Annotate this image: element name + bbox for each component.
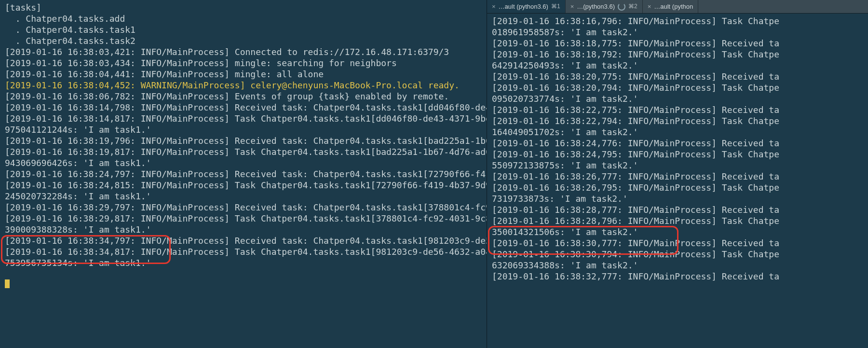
log-line: 164049051702s: 'I am task2.' — [492, 126, 863, 138]
log-line: [2019-01-16 16:38:22,775: INFO/MainProce… — [492, 104, 863, 115]
right-terminal-output: [2019-01-16 16:38:16,796: INFO/MainProce… — [487, 14, 868, 282]
log-line: [2019-01-16 16:38:03,434: INFO/MainProce… — [5, 57, 482, 69]
log-line: [2019-01-16 16:38:03,421: INFO/MainProce… — [5, 46, 482, 57]
tab-label: …(python3.6) — [577, 1, 615, 12]
log-line: 642914250493s: 'I am task2.' — [492, 60, 863, 71]
log-line: [2019-01-16 16:38:32,777: INFO/MainProce… — [492, 271, 863, 282]
right-terminal-pane[interactable]: ×…ault (python3.6)⌘1×…(python3.6)⌘2×…aul… — [487, 0, 868, 348]
log-line: [2019-01-16 16:38:19,817: INFO/MainProce… — [5, 146, 482, 157]
log-line: 753956735134s: 'I am task1.' — [5, 257, 482, 268]
log-line: [2019-01-16 16:38:22,794: INFO/MainProce… — [492, 115, 863, 126]
terminal-tab[interactable]: ×…ault (python — [643, 0, 699, 13]
log-line: [2019-01-16 16:38:18,792: INFO/MainProce… — [492, 49, 863, 60]
log-line: 550972133875s: 'I am task2.' — [492, 160, 863, 171]
tab-shortcut: ⌘1 — [551, 1, 560, 12]
log-line: [2019-01-16 16:38:24,797: INFO/MainProce… — [5, 168, 482, 180]
log-line: . Chatper04.tasks.task2 — [5, 35, 482, 46]
ide-split-view: [tasks] . Chatper04.tasks.add . Chatper0… — [0, 0, 868, 348]
close-icon[interactable]: × — [648, 1, 651, 12]
log-line: [2019-01-16 16:38:26,777: INFO/MainProce… — [492, 171, 863, 182]
tab-label: …ault (python3.6) — [499, 1, 548, 12]
log-line: 095020733774s: 'I am task2.' — [492, 93, 863, 104]
log-line: [2019-01-16 16:38:29,797: INFO/MainProce… — [5, 202, 482, 213]
tab-shortcut: ⌘2 — [628, 1, 637, 12]
log-line: [2019-01-16 16:38:34,817: INFO/MainProce… — [5, 246, 482, 257]
log-line: [2019-01-16 16:38:24,795: INFO/MainProce… — [492, 149, 863, 160]
log-line: [2019-01-16 16:38:16,796: INFO/MainProce… — [492, 15, 863, 27]
log-line: [2019-01-16 16:38:28,777: INFO/MainProce… — [492, 204, 863, 215]
log-line: [2019-01-16 16:38:18,775: INFO/MainProce… — [492, 38, 863, 49]
log-line: [2019-01-16 16:38:29,817: INFO/MainProce… — [5, 213, 482, 224]
log-line: [2019-01-16 16:38:14,798: INFO/MainProce… — [5, 102, 482, 113]
log-line: 975041121244s: 'I am task1.' — [5, 124, 482, 135]
log-line: 245020732284s: 'I am task1.' — [5, 191, 482, 202]
terminal-tab-bar: ×…ault (python3.6)⌘1×…(python3.6)⌘2×…aul… — [487, 0, 868, 14]
loading-spinner-icon — [618, 3, 625, 11]
log-line: [2019-01-16 16:38:30,794: INFO/MainProce… — [492, 249, 863, 260]
terminal-tab[interactable]: ×…ault (python3.6)⌘1 — [487, 0, 566, 13]
log-line: [2019-01-16 16:38:20,775: INFO/MainProce… — [492, 71, 863, 82]
close-icon[interactable]: × — [570, 1, 574, 12]
tab-label: …ault (python — [654, 1, 693, 12]
log-line: [2019-01-16 16:38:04,441: INFO/MainProce… — [5, 69, 482, 80]
log-line: . Chatper04.tasks.add — [5, 13, 482, 24]
close-icon[interactable]: × — [492, 1, 496, 12]
left-terminal-output: [tasks] . Chatper04.tasks.add . Chatper0… — [0, 0, 487, 268]
left-terminal-pane[interactable]: [tasks] . Chatper04.tasks.add . Chatper0… — [0, 0, 487, 348]
log-line: 632069334388s: 'I am task2.' — [492, 260, 863, 271]
terminal-cursor — [5, 279, 10, 288]
log-line: [2019-01-16 16:38:26,795: INFO/MainProce… — [492, 182, 863, 193]
log-line: [2019-01-16 16:38:04,452: WARNING/MainPr… — [5, 80, 482, 91]
log-line: [2019-01-16 16:38:14,817: INFO/MainProce… — [5, 113, 482, 124]
log-line: 943069696426s: 'I am task1.' — [5, 157, 482, 168]
log-line: [tasks] — [5, 2, 482, 13]
terminal-tab[interactable]: ×…(python3.6)⌘2 — [566, 0, 643, 13]
log-line: [2019-01-16 16:38:28,796: INFO/MainProce… — [492, 215, 863, 226]
log-line: 018961958587s: 'I am task2.' — [492, 27, 863, 38]
log-line: [2019-01-16 16:38:20,794: INFO/MainProce… — [492, 82, 863, 93]
log-line: . Chatper04.tasks.task1 — [5, 24, 482, 35]
log-line: [2019-01-16 16:38:30,777: INFO/MainProce… — [492, 237, 863, 249]
log-line: [2019-01-16 16:38:19,796: INFO/MainProce… — [5, 135, 482, 146]
log-line: [2019-01-16 16:38:24,776: INFO/MainProce… — [492, 138, 863, 149]
log-line: [2019-01-16 16:38:24,815: INFO/MainProce… — [5, 180, 482, 191]
log-line: [2019-01-16 16:38:06,782: INFO/MainProce… — [5, 91, 482, 102]
log-line: 7319733873s: 'I am task2.' — [492, 193, 863, 204]
log-line: 350014321506s: 'I am task2.' — [492, 226, 863, 237]
log-line: 390009388328s: 'I am task1.' — [5, 224, 482, 235]
log-line: [2019-01-16 16:38:34,797: INFO/MainProce… — [5, 235, 482, 246]
